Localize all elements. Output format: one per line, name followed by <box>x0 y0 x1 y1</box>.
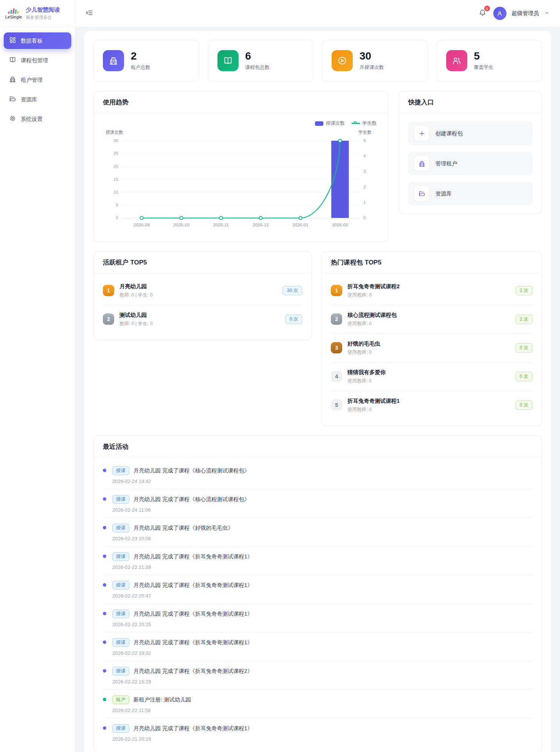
hot-packages-card: 热门课程包 TOP5 1 折耳兔奇奇测试课程2 使用教师: 0 2 次 2 核心… <box>321 251 542 426</box>
header-actions: 5 超级管理员 <box>477 7 550 20</box>
building-icon <box>103 50 124 71</box>
sidebar-nav: 数据看板 课程包管理 租户管理 资源库 系统设置 <box>0 27 75 136</box>
plus-icon <box>414 126 429 141</box>
sidebar-item-course-packages[interactable]: 课程包管理 <box>4 52 71 69</box>
activity-dot <box>103 669 106 673</box>
activity-row: 授课月亮幼儿园 完成了课程《折耳兔奇奇测试课程1》 2026-02-22 20:… <box>103 575 532 604</box>
stat-value: 5 <box>474 50 494 62</box>
quick-entry-label: 资源库 <box>435 190 452 197</box>
sidebar-item-resources[interactable]: 资源库 <box>4 91 71 108</box>
bar-legend-swatch <box>315 121 323 126</box>
quick-entry-create-package[interactable]: 创建课程包 <box>408 122 532 145</box>
count-badge: 0 次 <box>516 400 532 410</box>
stat-card-monthly-lessons: 30 月授课次数 <box>322 40 428 81</box>
package-meta: 使用教师: 0 <box>347 407 510 413</box>
trend-chart-svg: 051015202530012345授课次数学生数2025-092025-102… <box>102 128 379 234</box>
tenant-name: 测试幼儿园 <box>119 312 280 319</box>
usage-trend-card: 使用趋势 授课次数 学生数 <box>93 91 388 241</box>
activity-time: 2026-02-22 20:25 <box>112 622 253 627</box>
package-name: 折耳兔奇奇测试课程1 <box>347 397 510 405</box>
rank-badge: 3 <box>331 342 342 353</box>
building-icon <box>414 156 429 171</box>
rank-badge: 2 <box>103 313 114 325</box>
activity-type-badge: 授课 <box>112 466 129 475</box>
students-icon <box>446 50 467 71</box>
package-name: 折耳兔奇奇测试课程2 <box>347 283 510 290</box>
activity-dot <box>103 612 106 615</box>
activity-row: 授课月亮幼儿园 完成了课程《折耳兔奇奇测试课程2》 2026-02-22 15:… <box>103 661 532 690</box>
sidebar-collapse-icon[interactable] <box>85 9 93 18</box>
activity-time: 2026-02-24 14:42 <box>112 478 250 484</box>
quick-entry-manage-tenants[interactable]: 管理租户 <box>408 152 532 175</box>
svg-text:2025-11: 2025-11 <box>213 222 229 227</box>
tenant-row: 1 月亮幼儿园 教师: 0 | 学生: 0 30 次 <box>103 277 302 305</box>
count-badge: 0 次 <box>285 315 302 324</box>
stats-row: 2 租户总数 6 课程包总数 3 <box>93 40 542 81</box>
stat-value: 30 <box>360 50 384 62</box>
user-name[interactable]: 超级管理员 <box>512 10 539 17</box>
folder-icon <box>414 186 429 201</box>
dashboard-panel: 2 租户总数 6 课程包总数 3 <box>84 31 551 752</box>
sidebar-item-label: 资源库 <box>21 96 37 103</box>
stat-value: 6 <box>245 50 270 62</box>
brand-logo: LeSingle <box>5 8 22 19</box>
activity-list: 授课月亮幼儿园 完成了课程《核心流程测试课程包》 2026-02-24 14:4… <box>94 458 542 752</box>
activity-type-badge: 授课 <box>112 638 129 647</box>
quick-entry-resources[interactable]: 资源库 <box>408 182 532 205</box>
svg-text:10: 10 <box>113 190 118 194</box>
svg-text:学生数: 学生数 <box>358 130 372 135</box>
activity-text: 月亮幼儿园 完成了课程《折耳兔奇奇测试课程1》 <box>133 725 253 732</box>
svg-text:0: 0 <box>116 215 118 220</box>
activity-text: 月亮幼儿园 完成了课程《核心流程测试课程包》 <box>133 496 250 503</box>
legend-label: 学生数 <box>363 120 377 127</box>
package-name: 好饿的毛毛虫 <box>347 340 510 347</box>
chevron-down-icon[interactable] <box>544 10 549 17</box>
activity-dot <box>103 497 106 501</box>
stat-label: 覆盖学生 <box>474 64 494 71</box>
sidebar-item-tenants[interactable]: 租户管理 <box>4 72 71 88</box>
package-meta: 使用教师: 0 <box>347 292 510 298</box>
activity-row: 授课月亮幼儿园 完成了课程《折耳兔奇奇测试课程1》 2026-02-22 21:… <box>103 547 532 575</box>
activity-type-badge: 授课 <box>112 552 129 561</box>
chart-legend: 授课次数 学生数 <box>102 120 379 127</box>
notification-bell-icon[interactable]: 5 <box>477 7 488 20</box>
sidebar-item-label: 系统设置 <box>21 116 43 123</box>
svg-text:5: 5 <box>363 138 366 143</box>
activity-text: 月亮幼儿园 完成了课程《折耳兔奇奇测试课程1》 <box>133 610 253 617</box>
building-icon <box>9 76 16 84</box>
svg-text:0: 0 <box>363 215 366 220</box>
activity-time: 2026-02-22 11:56 <box>112 708 191 713</box>
rank-badge: 5 <box>331 399 342 411</box>
brand: LeSingle 少儿智慧阅读 服务管理后台 <box>0 0 75 27</box>
gear-icon <box>9 115 16 123</box>
svg-text:25: 25 <box>113 151 118 156</box>
activity-row: 授课月亮幼儿园 完成了课程《折耳兔奇奇测试课程1》 2026-02-22 20:… <box>103 604 532 633</box>
activity-dot <box>103 526 106 529</box>
activity-time: 2026-02-22 19:32 <box>112 650 253 656</box>
user-avatar[interactable] <box>493 7 506 20</box>
sidebar-item-settings[interactable]: 系统设置 <box>4 111 71 127</box>
recent-activity-card: 最近活动 授课月亮幼儿园 完成了课程《核心流程测试课程包》 2026-02-24… <box>93 436 542 752</box>
stat-label: 租户总数 <box>131 64 150 71</box>
svg-text:20: 20 <box>113 164 118 169</box>
brand-title: 少儿智慧阅读 <box>26 6 60 14</box>
usage-trend-chart: 授课次数 学生数 051015202530012345授课次数学生数2025-0… <box>94 113 388 241</box>
tenant-meta: 教师: 0 | 学生: 0 <box>119 292 277 298</box>
package-name: 核心流程测试课程包 <box>347 312 510 319</box>
svg-text:30: 30 <box>113 138 118 143</box>
activity-time: 2026-02-22 21:39 <box>112 564 253 570</box>
logo-bars-icon <box>8 8 19 14</box>
stat-card-students: 5 覆盖学生 <box>437 40 542 81</box>
main-area: 5 超级管理员 2 <box>75 0 560 752</box>
notification-count-badge: 5 <box>483 5 491 12</box>
activity-dot <box>103 469 106 472</box>
brand-subtitle: 服务管理后台 <box>26 15 60 20</box>
activity-row: 授课月亮幼儿园 完成了课程《核心流程测试课程包》 2026-02-24 14:4… <box>103 461 532 489</box>
logo-text: LeSingle <box>5 15 22 19</box>
sidebar-item-dashboard[interactable]: 数据看板 <box>4 32 71 49</box>
app-root: LeSingle 少儿智慧阅读 服务管理后台 数据看板 课程包管理 租户管理 <box>0 0 560 752</box>
count-badge: 30 次 <box>283 286 302 295</box>
activity-row: 授课月亮幼儿园 完成了课程《好饿的毛毛虫》 2026-02-23 20:06 <box>103 518 532 547</box>
card-title: 最近活动 <box>103 443 129 450</box>
activity-time: 2026-02-21 20:19 <box>112 736 253 742</box>
